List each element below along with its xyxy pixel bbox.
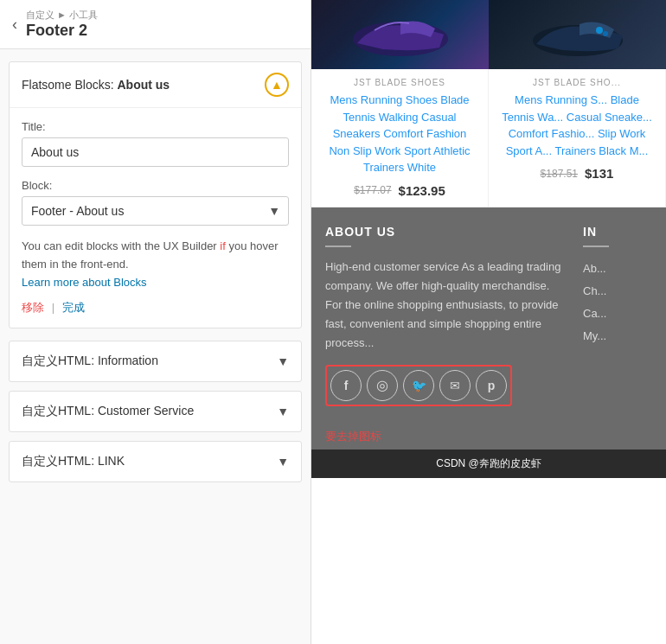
back-button[interactable]: ‹ 自定义 ► 小工具 Footer 2 bbox=[0, 0, 311, 49]
email-icon: ✉ bbox=[450, 379, 460, 392]
flatsome-blocks-card: Flatsome Blocks: About us ▲ Title: Block… bbox=[9, 61, 302, 328]
block-select[interactable]: Footer - About us Footer - Information F… bbox=[22, 196, 289, 226]
accordion-link[interactable]: 自定义HTML: LINK ▼ bbox=[9, 441, 302, 482]
footer-section: ABOUT US High-end customer service As a … bbox=[311, 207, 666, 424]
action-links: 移除 | 完成 bbox=[22, 300, 289, 316]
instagram-icon-button[interactable]: ◎ bbox=[367, 370, 398, 401]
pinterest-icon-button[interactable]: p bbox=[476, 370, 507, 401]
back-icon: ‹ bbox=[12, 16, 17, 34]
card-header-title: Flatsome Blocks: About us bbox=[22, 78, 170, 92]
products-images-area bbox=[311, 0, 666, 69]
product-brand-2: JST BLADE SHO... bbox=[501, 78, 653, 87]
right-panel: JST BLADE SHOES Mens Running Shoes Blade… bbox=[311, 0, 666, 644]
product-pricing-1: $177.07 $123.95 bbox=[323, 183, 476, 198]
facebook-icon-button[interactable]: f bbox=[330, 370, 362, 401]
product-name-2[interactable]: Mens Running S... Blade Tennis Wa... Cas… bbox=[501, 92, 653, 159]
card-header: Flatsome Blocks: About us ▲ bbox=[10, 62, 301, 108]
shoe-svg-2 bbox=[526, 4, 630, 65]
accordion-information-arrow-icon: ▼ bbox=[277, 354, 289, 368]
price-new-1: $123.95 bbox=[399, 183, 445, 198]
shoe-image-2 bbox=[489, 0, 666, 69]
learn-more-link[interactable]: Learn more about Blocks bbox=[22, 276, 147, 289]
products-row: JST BLADE SHOES Mens Running Shoes Blade… bbox=[311, 69, 666, 207]
accordion-link-label: 自定义HTML: LINK bbox=[22, 454, 125, 469]
product-image-1 bbox=[311, 0, 489, 69]
accordion-link-arrow-icon: ▼ bbox=[277, 455, 289, 469]
accordion-information[interactable]: 自定义HTML: Information ▼ bbox=[9, 341, 302, 382]
breadcrumb-area: 自定义 ► 小工具 Footer 2 bbox=[26, 9, 98, 40]
product-card-1: JST BLADE SHOES Mens Running Shoes Blade… bbox=[311, 69, 489, 207]
card-body: Title: Block: Footer - About us Footer -… bbox=[10, 108, 301, 328]
product-brand-1: JST BLADE SHOES bbox=[323, 78, 476, 87]
remove-link[interactable]: 移除 bbox=[22, 301, 44, 314]
footer-about-body: High-end customer service As a leading t… bbox=[325, 258, 566, 353]
title-label: Title: bbox=[22, 120, 289, 133]
product-name-1[interactable]: Mens Running Shoes Blade Tennis Walking … bbox=[323, 92, 476, 176]
remove-icon-note: 要去掉图标 bbox=[311, 424, 666, 450]
footer-info-title: IN bbox=[583, 225, 652, 239]
shoe-image-1 bbox=[311, 0, 489, 69]
product-image-2 bbox=[489, 0, 666, 69]
twitter-icon-button[interactable]: 🐦 bbox=[403, 370, 434, 401]
footer-about-title: ABOUT US bbox=[325, 225, 566, 239]
footer-columns: ABOUT US High-end customer service As a … bbox=[325, 225, 652, 406]
social-icons-wrapper: f ◎ 🐦 ✉ p bbox=[325, 365, 512, 406]
pinterest-icon: p bbox=[488, 379, 496, 392]
breadcrumb: 自定义 ► 小工具 bbox=[26, 9, 98, 22]
accordion-customer-service-label: 自定义HTML: Customer Service bbox=[22, 404, 194, 419]
footer-note: CSDN @奔跑的皮皮虾 bbox=[311, 450, 666, 478]
product-card-2: JST BLADE SHO... Mens Running S... Blade… bbox=[489, 69, 666, 207]
info-text: You can edit blocks with the UX Builder … bbox=[22, 238, 289, 291]
panel-title: Footer 2 bbox=[26, 22, 98, 40]
footer-col-info: IN Ab...Ch...Ca...My... bbox=[583, 225, 652, 406]
accordion-customer-service-arrow-icon: ▼ bbox=[277, 405, 289, 418]
footer-info-links: Ab...Ch...Ca...My... bbox=[583, 258, 652, 348]
instagram-icon: ◎ bbox=[376, 377, 388, 393]
price-old-2: $187.51 bbox=[541, 168, 578, 180]
accordion-information-label: 自定义HTML: Information bbox=[22, 354, 158, 369]
price-new-2: $131 bbox=[585, 166, 613, 181]
twitter-icon: 🐦 bbox=[412, 379, 426, 392]
price-old-1: $177.07 bbox=[354, 184, 391, 196]
title-input[interactable] bbox=[22, 137, 289, 167]
email-icon-button[interactable]: ✉ bbox=[439, 370, 471, 401]
shoe-svg-1 bbox=[349, 4, 452, 65]
svg-point-2 bbox=[596, 27, 603, 34]
footer-about-divider bbox=[325, 245, 351, 247]
facebook-icon: f bbox=[344, 379, 349, 392]
collapse-button[interactable]: ▲ bbox=[265, 73, 289, 97]
accordion-customer-service[interactable]: 自定义HTML: Customer Service ▼ bbox=[9, 391, 302, 432]
footer-info-divider bbox=[583, 245, 609, 247]
product-pricing-2: $187.51 $131 bbox=[501, 166, 653, 181]
done-link[interactable]: 完成 bbox=[62, 301, 85, 314]
left-panel: ‹ 自定义 ► 小工具 Footer 2 Flatsome Blocks: Ab… bbox=[0, 0, 311, 644]
svg-point-3 bbox=[603, 31, 608, 36]
block-select-wrapper: Footer - About us Footer - Information F… bbox=[22, 196, 289, 226]
block-label: Block: bbox=[22, 179, 289, 192]
footer-col-about: ABOUT US High-end customer service As a … bbox=[325, 225, 566, 406]
